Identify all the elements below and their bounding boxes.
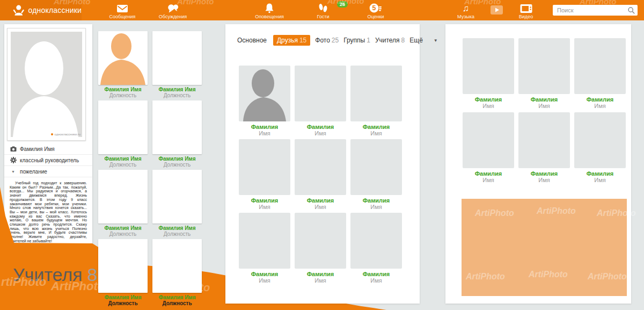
- right-people-grid: Фамилия Имя Фамилия Имя Фамилия Имя Фами…: [463, 38, 630, 184]
- friend-surname: Фамилия: [295, 197, 346, 204]
- search-input[interactable]: [553, 5, 627, 16]
- teacher-photo-placeholder: [98, 100, 148, 154]
- nav-notifications[interactable]: Оповещения: [252, 3, 287, 19]
- search-icon[interactable]: [627, 6, 635, 15]
- teacher-name: Фамилия Имя: [152, 156, 202, 162]
- person-surname: Фамилия: [463, 170, 514, 177]
- friends-grid: Фамилия Имя Фамилия Имя Фамилия Имя Фами…: [239, 66, 406, 284]
- teacher-photo-placeholder: [152, 239, 202, 293]
- profile-photo-placeholder: одноклассники.ru: [11, 32, 82, 137]
- person-silhouette-white: [11, 35, 81, 137]
- friend-firstname: Имя: [295, 130, 346, 136]
- person-card[interactable]: Фамилия Имя: [518, 38, 570, 110]
- friend-card[interactable]: Фамилия Имя: [239, 66, 290, 137]
- tab-teachers[interactable]: Учителя8: [375, 37, 405, 44]
- page-title-word: Учителя: [13, 264, 83, 285]
- person-firstname: Имя: [463, 177, 514, 183]
- profile-role: классный руководитель: [20, 157, 79, 163]
- friend-firstname: Имя: [239, 204, 290, 210]
- bell-icon: [264, 3, 275, 13]
- teacher-photo-placeholder: [98, 239, 148, 293]
- teacher-card[interactable]: Фамилия Имя Должность: [98, 100, 148, 170]
- tab-photos[interactable]: Фото25: [315, 37, 339, 44]
- friend-surname: Фамилия: [350, 197, 402, 204]
- tab-more[interactable]: Ещё: [409, 37, 425, 44]
- friend-firstname: Имя: [350, 277, 402, 284]
- person-surname: Фамилия: [574, 170, 626, 177]
- teacher-card[interactable]: Фамилия Имя Должность: [98, 31, 148, 100]
- tab-friends[interactable]: Друзья15: [273, 35, 310, 46]
- friend-surname: Фамилия: [350, 124, 402, 130]
- person-card[interactable]: Фамилия Имя: [463, 112, 514, 184]
- orange-photo-placeholder: [462, 199, 627, 296]
- wish-toggle-row[interactable]: ▼ пожелание: [4, 166, 92, 177]
- friend-card[interactable]: Фамилия Имя: [295, 139, 346, 211]
- friend-surname: Фамилия: [239, 124, 290, 130]
- teacher-card[interactable]: Фамилия Имя Должность: [98, 170, 148, 239]
- person-card[interactable]: Фамилия Имя: [518, 112, 570, 184]
- friend-firstname: Имя: [350, 204, 402, 210]
- nav-music[interactable]: ♫ Музыка: [449, 3, 483, 19]
- person-card[interactable]: Фамилия Имя: [574, 112, 626, 184]
- envelope-icon: [116, 3, 128, 13]
- friend-photo-placeholder: [295, 213, 346, 269]
- friend-card[interactable]: Фамилия Имя: [350, 139, 402, 211]
- teacher-name: Фамилия Имя: [98, 86, 148, 92]
- nav-ratings[interactable]: 5 Оценки: [358, 3, 393, 19]
- tab-main[interactable]: Основное: [237, 37, 268, 44]
- person-firstname: Имя: [518, 103, 570, 109]
- teacher-photo-placeholder: [152, 170, 202, 224]
- friend-photo-placeholder: [239, 213, 290, 269]
- friend-firstname: Имя: [350, 130, 402, 136]
- nav-discussions[interactable]: Обсуждения: [156, 3, 190, 19]
- nav-video[interactable]: Видео: [509, 3, 543, 19]
- teacher-photo-placeholder: [98, 31, 148, 85]
- tab-groups[interactable]: Группы1: [343, 37, 370, 44]
- nav-messages[interactable]: Сообщения: [105, 3, 140, 19]
- person-photo-placeholder: [574, 112, 626, 168]
- teacher-position: Должность: [98, 92, 148, 98]
- profile-name: Фамилия Имя: [20, 146, 55, 152]
- friend-card[interactable]: Фамилия Имя: [350, 66, 402, 137]
- nav-guests[interactable]: 26 Гости: [306, 3, 340, 19]
- friend-surname: Фамилия: [295, 124, 346, 130]
- page: одноклассники Сообщения Обсуждения: [0, 0, 644, 310]
- friend-card[interactable]: Фамилия Имя: [239, 139, 290, 211]
- logo[interactable]: одноклассники: [0, 0, 82, 20]
- friend-card[interactable]: Фамилия Имя: [295, 213, 346, 284]
- svg-text:5: 5: [372, 4, 376, 12]
- teacher-position: Должность: [98, 231, 148, 237]
- page-title: Учителя8: [13, 264, 97, 285]
- person-firstname: Имя: [574, 103, 626, 109]
- person-photo-placeholder: [574, 38, 626, 94]
- friend-photo-placeholder: [295, 139, 346, 195]
- odnoklassniki-logo-icon: [13, 4, 25, 16]
- teacher-position: Должность: [98, 300, 148, 306]
- profile-photo-frame[interactable]: одноклассники.ru: [7, 28, 86, 141]
- teacher-name: Фамилия Имя: [98, 294, 148, 300]
- teacher-card[interactable]: Фамилия Имя Должность: [152, 100, 202, 170]
- friend-card[interactable]: Фамилия Имя: [350, 213, 402, 284]
- ok-mini-logo: [51, 133, 53, 135]
- friend-card[interactable]: Фамилия Имя: [295, 66, 346, 137]
- teacher-photo-placeholder: [98, 170, 148, 224]
- friend-photo-placeholder: [350, 139, 402, 195]
- person-card[interactable]: Фамилия Имя: [463, 38, 514, 110]
- tabs-chevron-down-icon[interactable]: ▼: [434, 38, 438, 43]
- teacher-position: Должность: [152, 92, 202, 98]
- camera-icon: [10, 146, 17, 152]
- teachers-grid: Фамилия Имя Должность Фамилия Имя Должно…: [98, 31, 202, 308]
- play-button-icon[interactable]: [491, 5, 503, 17]
- person-card[interactable]: Фамилия Имя: [574, 38, 626, 110]
- friend-card[interactable]: Фамилия Имя: [239, 213, 290, 284]
- music-note-icon: ♫: [463, 3, 470, 13]
- person-firstname: Имя: [463, 103, 514, 109]
- teacher-card[interactable]: Фамилия Имя Должность: [152, 31, 202, 100]
- teacher-card[interactable]: Фамилия Имя Должность: [98, 239, 148, 308]
- rating-5-icon: 5: [369, 3, 382, 13]
- profile-name-row: Фамилия Имя: [4, 143, 92, 155]
- teacher-card[interactable]: Фамилия Имя Должность: [152, 239, 202, 308]
- teacher-card[interactable]: Фамилия Имя Должность: [152, 170, 202, 239]
- teacher-name: Фамилия Имя: [98, 156, 148, 162]
- chevron-down-icon: ▼: [10, 170, 17, 174]
